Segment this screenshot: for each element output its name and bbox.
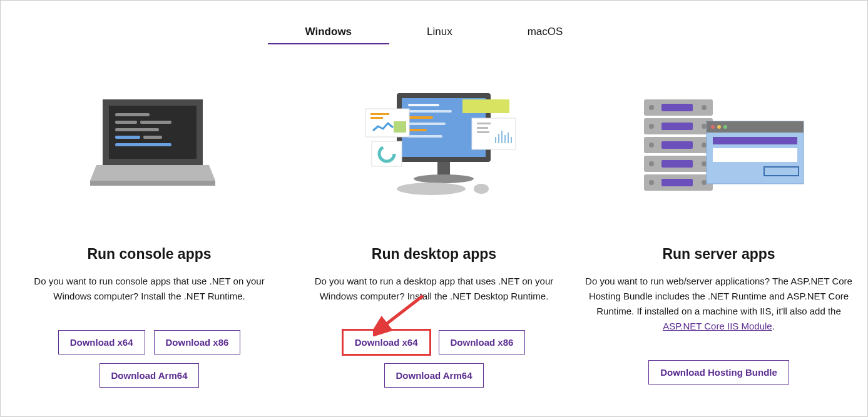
laptop-icon (81, 74, 218, 212)
svg-rect-23 (370, 117, 383, 119)
svg-rect-13 (408, 104, 439, 106)
desc-server-post: . (772, 321, 775, 331)
svg-rect-30 (477, 127, 488, 129)
svg-rect-19 (437, 162, 450, 176)
heading-desktop: Run desktop apps (372, 246, 496, 263)
heading-console: Run console apps (87, 246, 211, 263)
download-desktop-arm64[interactable]: Download Arm64 (384, 363, 484, 388)
link-iis-module[interactable]: ASP.NET Core IIS Module (663, 321, 772, 331)
svg-point-20 (414, 174, 474, 183)
svg-rect-5 (115, 128, 159, 131)
heading-server: Run server apps (662, 246, 775, 263)
os-tabs: Windows Linux macOS (8, 21, 860, 44)
svg-point-56 (702, 105, 707, 110)
svg-rect-27 (462, 99, 509, 113)
svg-rect-3 (115, 121, 137, 124)
svg-rect-66 (713, 137, 797, 144)
svg-rect-8 (115, 143, 171, 146)
svg-rect-6 (115, 136, 140, 139)
svg-rect-18 (408, 135, 442, 138)
svg-marker-10 (90, 181, 215, 186)
download-desktop-x86[interactable]: Download x86 (439, 330, 526, 354)
svg-marker-9 (90, 165, 215, 181)
desc-server: Do you want to run web/server applicatio… (583, 274, 855, 334)
svg-point-54 (649, 161, 654, 166)
tab-windows[interactable]: Windows (268, 21, 389, 44)
svg-rect-4 (140, 121, 171, 124)
svg-rect-47 (661, 123, 693, 130)
svg-rect-62 (707, 121, 804, 133)
svg-point-65 (723, 125, 727, 129)
svg-point-58 (702, 143, 707, 148)
download-desktop-x64[interactable]: Download x64 (343, 330, 430, 354)
tab-linux[interactable]: Linux (389, 21, 490, 44)
tab-macos[interactable]: macOS (490, 21, 601, 44)
svg-point-55 (649, 180, 654, 185)
svg-point-38 (397, 183, 466, 195)
svg-point-60 (702, 180, 707, 185)
svg-rect-67 (713, 148, 797, 162)
svg-point-51 (649, 105, 654, 110)
desktop-monitor-icon (340, 74, 528, 212)
svg-point-63 (711, 125, 715, 129)
svg-rect-7 (143, 136, 162, 139)
svg-rect-48 (661, 141, 693, 149)
svg-rect-46 (661, 104, 693, 111)
svg-rect-17 (408, 129, 427, 131)
buttons-desktop: Download x64 Download x86 Download Arm64 (298, 330, 570, 388)
svg-point-64 (717, 125, 721, 129)
svg-rect-15 (408, 116, 433, 119)
svg-rect-22 (370, 113, 389, 115)
svg-rect-50 (661, 179, 693, 186)
desc-desktop: Do you want to run a desktop app that us… (298, 274, 570, 304)
download-hosting-bundle[interactable]: Download Hosting Bundle (648, 360, 789, 384)
card-server: Run server apps Do you want to run web/s… (583, 74, 855, 388)
buttons-server: Download Hosting Bundle (648, 360, 789, 384)
server-rack-icon (625, 74, 813, 212)
svg-rect-16 (408, 123, 446, 125)
download-cards: Run console apps Do you want to run cons… (8, 74, 860, 388)
svg-point-59 (702, 161, 707, 166)
svg-rect-31 (477, 131, 489, 133)
svg-rect-14 (408, 110, 452, 113)
svg-rect-2 (115, 113, 150, 116)
svg-rect-49 (661, 160, 693, 168)
desc-console: Do you want to run console apps that use… (13, 274, 285, 304)
buttons-console: Download x64 Download x86 Download Arm64 (13, 330, 285, 388)
download-console-x86[interactable]: Download x86 (154, 330, 241, 354)
card-desktop: Run desktop apps Do you want to run a de… (298, 74, 570, 388)
card-console: Run console apps Do you want to run cons… (13, 74, 285, 388)
svg-rect-24 (394, 121, 406, 133)
svg-point-39 (474, 184, 489, 194)
svg-point-53 (649, 143, 654, 148)
download-console-x64[interactable]: Download x64 (58, 330, 145, 354)
download-console-arm64[interactable]: Download Arm64 (100, 363, 200, 388)
svg-rect-29 (477, 123, 491, 124)
svg-point-52 (649, 124, 654, 129)
svg-point-57 (702, 124, 707, 129)
desc-server-pre: Do you want to run web/server applicatio… (585, 276, 852, 316)
